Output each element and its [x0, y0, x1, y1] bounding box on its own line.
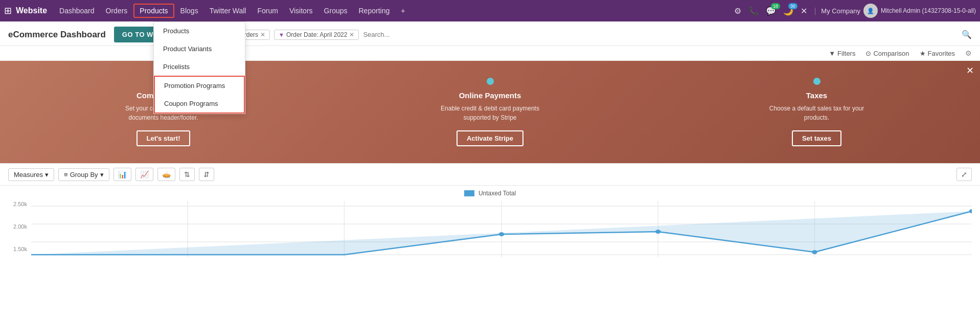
step-3-title: Taxes — [653, 91, 980, 100]
legend-label: Untaxed Total — [478, 190, 516, 197]
measures-label: Measures — [14, 171, 43, 178]
measures-dropdown[interactable]: Measures ▾ — [8, 168, 54, 181]
banner-step-2: Online Payments Enable credit & debit ca… — [327, 78, 653, 146]
chart-wrapper: 2.50k 2.00k 1.50k — [8, 201, 972, 257]
chart-toolbar: Measures ▾ ≡ Group By ▾ 📊 📈 🥧 ⇅ ⇵ ⤢ — [0, 163, 980, 186]
nav-blogs[interactable]: Blogs — [175, 5, 203, 17]
close-icon[interactable]: ✕ — [799, 5, 809, 17]
nav-dashboard[interactable]: Dashboard — [54, 5, 100, 17]
chat-icon[interactable]: 💬 18 — [764, 5, 778, 17]
y-label-top: 2.50k — [13, 201, 27, 207]
svg-point-10 — [499, 232, 505, 236]
dropdown-pricelists[interactable]: Pricelists — [154, 58, 245, 76]
search-icon[interactable]: 🔍 — [962, 30, 972, 39]
bar-chart-button[interactable]: 📊 — [113, 168, 131, 181]
chart-area: Untaxed Total 2.50k 2.00k 1.50k — [0, 186, 980, 336]
y-label-mid: 2.00k — [13, 223, 27, 230]
step-2-desc: Enable credit & debit card payments supp… — [439, 104, 541, 122]
list-icon: ≡ — [64, 171, 68, 178]
favorites-button[interactable]: ★ Favorites — [920, 50, 955, 57]
step-2-button[interactable]: Activate Stripe — [457, 130, 523, 146]
groupby-dropdown[interactable]: ≡ Group By ▾ — [58, 168, 109, 181]
svg-point-12 — [812, 250, 817, 254]
filters-button[interactable]: ▼ Filters — [829, 50, 855, 57]
pie-chart-button[interactable]: 🥧 — [157, 168, 175, 181]
measures-chevron: ▾ — [45, 171, 49, 178]
groupby-label: Group By — [70, 171, 98, 178]
chart-svg-container — [31, 201, 972, 257]
header-section: eCommerce Dashboard GO TO WEBSITE ▼ Conf… — [0, 21, 980, 46]
remove-order-date[interactable]: ✕ — [349, 31, 354, 38]
chat-badge: 18 — [771, 3, 780, 9]
nav-reporting[interactable]: Reporting — [354, 5, 395, 17]
nav-groups[interactable]: Groups — [319, 5, 353, 17]
remove-confirmed-orders[interactable]: ✕ — [260, 31, 265, 38]
products-dropdown: Products Product Variants Pricelists Pro… — [153, 21, 245, 114]
chart-svg — [31, 201, 972, 257]
expand-chart-button[interactable]: ⤢ — [956, 168, 972, 181]
svg-point-13 — [969, 209, 972, 213]
filter-actions-bar: ▼ Filters ⊙ Comparison ★ Favorites ⚙ — [0, 46, 980, 61]
line-chart-button[interactable]: 📈 — [135, 168, 153, 181]
bell-icon[interactable]: ⚙ — [732, 5, 743, 17]
step-1-button[interactable]: Let's start! — [136, 130, 191, 146]
topnav: ⊞ Website Dashboard Orders Products Blog… — [0, 0, 980, 21]
banner-area: ✕ Company Data Set your company's data f… — [0, 61, 980, 163]
star-icon: ★ — [920, 50, 926, 57]
nav-forum[interactable]: Forum — [252, 5, 283, 17]
moon-icon[interactable]: 🌙 30 — [781, 5, 795, 17]
y-axis: 2.50k 2.00k 1.50k — [8, 201, 31, 257]
step-2-title: Online Payments — [327, 91, 653, 100]
legend-color-swatch — [464, 190, 474, 196]
moon-badge: 30 — [788, 3, 797, 9]
filters-icon: ▼ — [829, 50, 835, 57]
order-date-label: Order Date: April 2022 — [286, 31, 347, 38]
nav-twitter-wall[interactable]: Twitter Wall — [204, 5, 252, 17]
page-title: eCommerce Dashboard — [8, 30, 106, 40]
grid-icon[interactable]: ⊞ — [4, 5, 12, 16]
y-label-bot: 1.50k — [13, 246, 27, 252]
dropdown-coupon-programs[interactable]: Coupon Programs — [155, 95, 244, 113]
nav-visitors[interactable]: Visitors — [284, 5, 318, 17]
dropdown-product-variants[interactable]: Product Variants — [154, 40, 245, 58]
topnav-icons: ⚙ 📞 💬 18 🌙 30 ✕ | My Company 👤 Mitchell … — [732, 4, 976, 18]
nav-plus[interactable]: + — [396, 5, 410, 17]
avatar[interactable]: 👤 — [863, 4, 878, 18]
step-3-desc: Choose a default sales tax for your prod… — [766, 104, 868, 122]
main-area: eCommerce Dashboard GO TO WEBSITE ▼ Conf… — [0, 21, 980, 336]
sort-asc-button[interactable]: ⇅ — [179, 168, 195, 181]
order-date-filter[interactable]: ▼ Order Date: April 2022 ✕ — [274, 30, 359, 40]
brand-label[interactable]: Website — [16, 6, 47, 15]
search-input[interactable] — [363, 31, 958, 38]
banner-close-button[interactable]: ✕ — [966, 65, 974, 76]
step-3-button[interactable]: Set taxes — [792, 130, 841, 146]
step-dot-2 — [487, 78, 494, 85]
nav-divider: | — [814, 7, 816, 15]
nav-products[interactable]: Products — [133, 4, 174, 18]
nav-orders[interactable]: Orders — [101, 5, 133, 17]
sort-desc-button[interactable]: ⇵ — [199, 168, 214, 181]
groupby-chevron: ▾ — [100, 171, 104, 178]
dropdown-promotion-programs[interactable]: Promotion Programs — [155, 77, 244, 95]
filter-icon-2: ▼ — [279, 32, 284, 38]
phone-icon[interactable]: 📞 — [746, 5, 761, 17]
user-label[interactable]: Mitchell Admin (14327308-15-0-all) — [881, 7, 976, 14]
comparison-icon: ⊙ — [865, 50, 871, 57]
svg-point-11 — [655, 230, 661, 234]
company-label[interactable]: My Company — [821, 7, 860, 15]
comparison-button[interactable]: ⊙ Comparison — [865, 50, 909, 57]
dropdown-products[interactable]: Products — [154, 22, 245, 40]
chart-legend: Untaxed Total — [8, 190, 972, 197]
settings-icon[interactable]: ⚙ — [965, 49, 972, 57]
step-dot-3 — [813, 78, 821, 85]
banner-step-3: Taxes Choose a default sales tax for you… — [653, 78, 980, 146]
